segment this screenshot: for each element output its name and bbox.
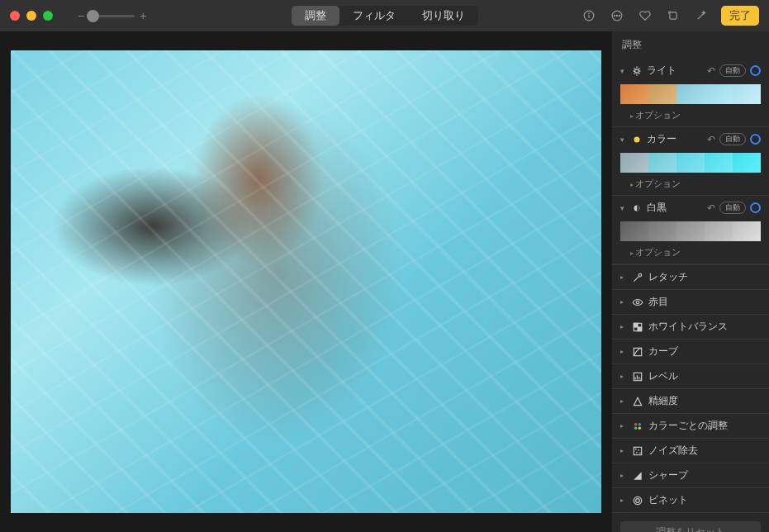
edited-photo[interactable] [11,50,601,513]
svg-point-29 [638,426,642,430]
row-sharpen-label: シャープ [648,468,688,482]
reset-adjustments-button[interactable]: 調整をリセット [620,521,761,532]
bw-options[interactable]: オプション [612,243,769,264]
auto-button-color[interactable]: 自動 [719,133,746,145]
light-thumb-4[interactable] [705,84,733,104]
fullscreen-window-button[interactable] [43,11,53,21]
tab-adjust[interactable]: 調整 [292,6,339,26]
undo-icon[interactable]: ↶ [707,65,715,77]
panel-light-label: ライト [647,64,703,78]
svg-point-27 [638,422,642,425]
tab-filter[interactable]: フィルタ [339,6,409,26]
color-thumb-4[interactable] [705,153,733,173]
row-redeye[interactable]: ▸赤目 [612,289,769,314]
bw-thumb-1[interactable] [620,221,648,241]
auto-button-bw[interactable]: 自動 [719,202,746,214]
row-noise-label: ノイズ除去 [648,444,698,458]
done-button[interactable]: 完了 [721,6,759,26]
info-icon[interactable] [581,7,597,24]
content-area: 調整 ▾ ライト ↶ 自動 オプション ▾ カラー ↶ 自動 [0,31,769,532]
row-noise[interactable]: ▸ノイズ除去 [612,438,769,463]
chevron-right-icon: ▸ [620,496,627,504]
zoom-slider[interactable]: − + [78,9,146,22]
svg-rect-7 [670,12,676,19]
row-redeye-label: 赤目 [648,295,668,309]
row-vignette[interactable]: ▸ビネット [612,487,769,512]
panel-light: ▾ ライト ↶ 自動 オプション [612,59,769,127]
window-controls [10,11,53,21]
redeye-icon [632,297,643,308]
svg-point-34 [640,453,641,454]
row-vignette-label: ビネット [648,493,688,507]
panel-bw: ▾ 白黒 ↶ 自動 オプション [612,196,769,264]
light-icon [631,65,643,77]
edit-mode-segmented-control: 調整 フィルタ 切り取り [292,6,478,26]
enable-toggle-color[interactable] [750,134,761,145]
chevron-down-icon: ▾ [620,135,627,144]
light-options[interactable]: オプション [612,106,769,126]
color-preview-strip[interactable] [612,151,769,174]
rotate-icon[interactable] [665,7,681,24]
row-curves[interactable]: ▸カーブ [612,339,769,363]
zoom-in-icon: + [140,9,146,22]
bw-thumb-4[interactable] [705,221,733,241]
chevron-right-icon: ▸ [620,323,627,330]
light-thumb-2[interactable] [648,84,676,104]
zoom-thumb[interactable] [87,10,99,22]
row-retouch-label: レタッチ [648,270,688,284]
row-retouch[interactable]: ▸レタッチ [612,264,769,289]
row-definition[interactable]: ▸精細度 [612,388,769,413]
panel-color: ▾ カラー ↶ 自動 オプション [612,127,769,196]
undo-icon[interactable]: ↶ [707,202,715,214]
svg-point-8 [635,69,639,73]
more-icon[interactable] [609,7,625,24]
selective-color-icon [632,420,643,432]
light-preview-strip[interactable] [612,83,769,106]
row-curves-label: カーブ [648,344,678,359]
curves-icon [632,346,643,358]
svg-point-26 [634,422,638,425]
panel-bw-label: 白黒 [647,201,703,215]
favorite-icon[interactable] [637,7,653,24]
light-thumb-5[interactable] [733,84,761,104]
chevron-right-icon: ▸ [620,298,627,306]
minimize-window-button[interactable] [26,11,36,21]
color-thumb-3[interactable] [676,153,705,173]
bw-thumb-3[interactable] [676,221,705,241]
panel-bw-header[interactable]: ▾ 白黒 ↶ 自動 [612,196,769,220]
row-sharpen[interactable]: ▸シャープ [612,463,769,487]
auto-button-light[interactable]: 自動 [719,64,746,77]
row-wb[interactable]: ▸ホワイトバランス [612,314,769,339]
zoom-track[interactable] [89,15,135,17]
undo-icon[interactable]: ↶ [707,134,715,145]
row-levels[interactable]: ▸レベル [612,363,769,388]
color-thumb-5[interactable] [733,153,761,173]
chevron-right-icon: ▸ [620,348,627,355]
enable-toggle-light[interactable] [750,65,761,76]
chevron-right-icon: ▸ [620,397,627,405]
bw-thumb-2[interactable] [648,221,676,241]
row-definition-label: 精細度 [648,394,678,408]
enable-toggle-bw[interactable] [750,202,761,213]
chevron-down-icon: ▾ [620,67,627,75]
bw-thumb-5[interactable] [733,221,761,241]
color-thumb-1[interactable] [620,153,648,173]
chevron-right-icon: ▸ [620,373,627,380]
bw-preview-strip[interactable] [612,220,769,243]
svg-line-16 [638,68,639,69]
color-thumb-2[interactable] [648,153,676,173]
svg-point-20 [636,301,639,304]
color-options[interactable]: オプション [612,174,769,195]
light-thumb-3[interactable] [676,84,705,104]
auto-enhance-icon[interactable] [693,7,710,24]
row-selective-color[interactable]: ▸カラーごとの調整 [612,413,769,438]
photo-canvas [0,31,612,532]
tab-crop[interactable]: 切り取り [409,6,478,26]
chevron-right-icon: ▸ [620,472,627,479]
panel-light-header[interactable]: ▾ ライト ↶ 自動 [612,59,769,83]
chevron-right-icon: ▸ [620,422,627,430]
panel-color-header[interactable]: ▾ カラー ↶ 自動 [612,127,769,151]
light-thumb-1[interactable] [620,84,648,104]
chevron-right-icon: ▸ [620,273,627,281]
close-window-button[interactable] [10,11,20,21]
